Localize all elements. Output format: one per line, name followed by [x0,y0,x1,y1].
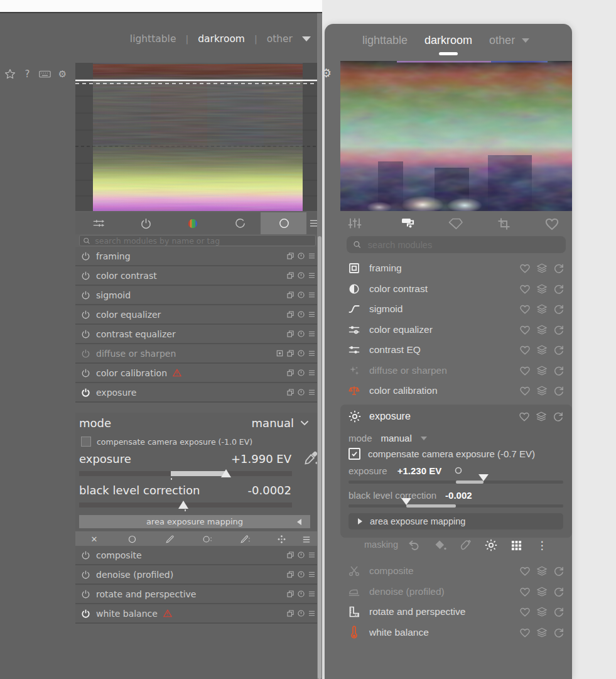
mode-value-dropdown[interactable]: manual [252,416,294,430]
window-titlebar[interactable] [0,0,322,13]
presets-layers-icon[interactable] [535,411,548,422]
module-row-diffuse-or-sharpen[interactable]: diffuse or sharpen [347,361,566,381]
reset-refresh-icon[interactable] [553,627,565,638]
module-row-contrast-equalizer[interactable]: contrast equalizer [75,325,320,344]
slider-handle[interactable] [401,498,411,505]
undo-icon[interactable] [405,537,424,553]
reset-icon[interactable] [297,369,305,377]
power-icon[interactable] [81,349,90,358]
module-row-color-equalizer[interactable]: color equalizer [347,320,566,340]
power-icon[interactable] [81,589,90,599]
exposure-value[interactable]: +1.990 EV [231,452,291,465]
slider-handle[interactable] [178,501,188,509]
reset-refresh-icon[interactable] [553,606,565,617]
presets-layers-icon[interactable] [536,565,548,577]
module-row-color-contrast[interactable]: color contrast [75,266,320,286]
mode-value-dropdown[interactable]: manual [381,433,412,443]
power-icon[interactable] [81,570,90,579]
presets-icon[interactable] [308,609,316,617]
color-wheel-icon[interactable] [183,212,202,234]
search-input[interactable] [367,239,559,251]
reset-refresh-icon[interactable] [552,411,565,422]
black-level-slider[interactable] [349,504,563,508]
presets-icon[interactable] [308,369,316,377]
power-icon[interactable] [81,368,90,378]
module-row-color-calibration[interactable]: color calibration [75,364,320,383]
presets-layers-icon[interactable] [536,263,548,274]
power-icon[interactable] [81,329,90,339]
favorite-heart-icon[interactable] [519,344,531,356]
help-icon[interactable]: ? [21,68,33,80]
reset-icon[interactable] [297,551,305,559]
favorite-heart-icon[interactable] [519,385,531,396]
presets-icon[interactable] [308,330,316,338]
favorite-heart-icon[interactable] [518,411,531,422]
module-row-framing[interactable]: framing [347,258,566,279]
reset-icon[interactable] [297,590,305,598]
faders-icon[interactable] [344,212,365,235]
reset-icon[interactable] [297,271,305,280]
presets-layers-icon[interactable] [536,303,548,315]
tab-other[interactable]: other [489,34,515,47]
exposure-value[interactable]: +1.230 EV [397,465,441,476]
module-row-color-calibration[interactable]: color calibration [347,381,566,401]
reset-refresh-icon[interactable] [553,586,565,597]
circle-mask-icon[interactable] [124,531,140,547]
presets-icon[interactable] [308,349,316,357]
presets-icon[interactable] [308,252,316,260]
module-row-contrast-eq[interactable]: contrast EQ [347,340,566,361]
area-exposure-mapping-expander[interactable]: area exposure mapping [349,513,563,530]
module-search-bar[interactable] [79,235,316,246]
module-row-rotate-perspective[interactable]: rotate and perspective [347,602,566,622]
tab-lighttable[interactable]: lighttable [130,33,176,45]
module-row-color-equalizer[interactable]: color equalizer [75,305,320,325]
module-title[interactable]: exposure [369,411,411,422]
multi-instance-icon[interactable] [286,330,294,338]
diamond-icon[interactable] [445,212,467,235]
reset-icon[interactable] [297,609,305,617]
favorite-heart-icon[interactable] [519,627,531,638]
compensate-checkbox[interactable] [81,437,91,447]
reset-icon[interactable] [297,349,305,357]
power-icon[interactable] [81,251,90,261]
multi-instance-icon[interactable] [286,310,294,318]
module-row-composite[interactable]: composite [347,561,566,582]
reset-icon[interactable] [297,330,305,338]
reset-icon[interactable] [297,388,305,396]
favorite-heart-icon[interactable] [519,283,531,295]
sun-mask-icon[interactable] [482,537,500,553]
favorite-heart-icon[interactable] [519,365,531,376]
module-row-sigmoid[interactable]: sigmoid [75,286,320,305]
presets-layers-icon[interactable] [536,283,548,295]
tab-darkroom[interactable]: darkroom [198,33,245,45]
power-group-icon[interactable] [136,212,155,234]
waveform-histogram[interactable] [75,63,320,211]
presets-layers-icon[interactable] [536,586,548,597]
presets-icon[interactable] [308,551,316,559]
favorite-heart-icon[interactable] [519,303,531,315]
module-row-color-contrast[interactable]: color contrast [347,279,566,300]
slider-handle[interactable] [221,469,231,477]
multi-instance-icon[interactable] [286,551,294,559]
search-input[interactable] [94,236,312,246]
reset-icon[interactable] [297,291,305,299]
presets-icon[interactable] [308,590,316,598]
power-icon[interactable] [81,388,90,397]
module-search-bar[interactable] [347,236,566,253]
presets-layers-icon[interactable] [536,385,548,396]
favorite-heart-icon[interactable] [519,324,531,335]
tab-other[interactable]: other [267,33,293,45]
exposure-slider[interactable] [349,481,563,484]
compensate-checkbox[interactable] [349,448,360,460]
exposure-slider[interactable] [79,471,292,476]
brush-icon[interactable] [457,537,475,553]
path-mask-icon[interactable] [161,531,178,547]
multi-instance-icon[interactable] [286,570,294,579]
favorite-heart-icon[interactable] [519,586,531,597]
adjust-sliders-icon[interactable] [89,212,108,234]
black-level-value[interactable]: -0.0002 [248,484,291,497]
presets-icon[interactable] [308,570,316,579]
module-row-denoise[interactable]: denoise (profiled) [347,582,566,602]
parametric-mask-icon[interactable] [273,531,289,547]
preferences-gear-icon[interactable]: ⚙ [57,68,68,80]
